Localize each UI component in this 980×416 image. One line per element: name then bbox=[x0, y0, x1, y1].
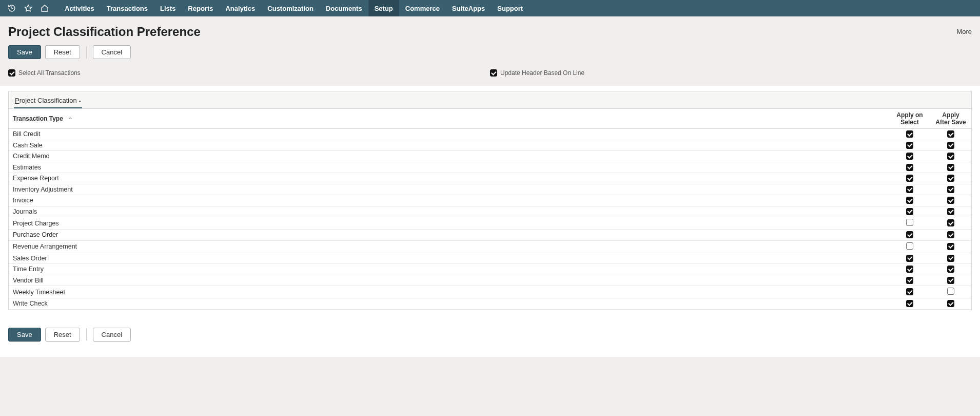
apply-after-save-checkbox[interactable] bbox=[947, 255, 954, 262]
table-row[interactable]: Time Entry bbox=[9, 264, 971, 275]
cell-apply-on-select bbox=[889, 195, 930, 206]
save-button-bottom[interactable]: Save bbox=[8, 328, 41, 342]
apply-after-save-checkbox[interactable] bbox=[947, 175, 954, 182]
table-row[interactable]: Project Charges bbox=[9, 217, 971, 230]
apply-after-save-checkbox[interactable] bbox=[947, 231, 954, 238]
star-icon[interactable] bbox=[23, 3, 34, 14]
col-apply-on-select[interactable]: Apply on Select bbox=[889, 109, 930, 129]
apply-after-save-checkbox[interactable] bbox=[947, 288, 954, 295]
cancel-button-bottom[interactable]: Cancel bbox=[93, 328, 131, 342]
subtab-change-indicator: • bbox=[79, 98, 81, 104]
apply-after-save-checkbox[interactable] bbox=[947, 197, 954, 204]
cell-apply-on-select bbox=[889, 129, 930, 140]
cancel-button[interactable]: Cancel bbox=[93, 45, 131, 59]
table-row[interactable]: Expense Report bbox=[9, 173, 971, 184]
table-row[interactable]: Journals bbox=[9, 206, 971, 217]
reset-button-bottom[interactable]: Reset bbox=[45, 328, 80, 342]
apply-after-save-checkbox[interactable] bbox=[947, 243, 954, 250]
table-row[interactable]: Purchase Order bbox=[9, 230, 971, 241]
apply-on-select-checkbox[interactable] bbox=[906, 142, 913, 149]
cell-transaction-type: Sales Order bbox=[9, 253, 889, 264]
apply-on-select-checkbox[interactable] bbox=[906, 175, 913, 182]
apply-on-select-checkbox[interactable] bbox=[906, 288, 913, 295]
apply-on-select-checkbox[interactable] bbox=[906, 266, 913, 273]
apply-on-select-checkbox[interactable] bbox=[906, 300, 913, 307]
nav-menu: ActivitiesTransactionsListsReportsAnalyt… bbox=[58, 0, 529, 16]
nav-suiteapps[interactable]: SuiteApps bbox=[446, 0, 491, 16]
nav-commerce[interactable]: Commerce bbox=[399, 0, 446, 16]
col-apply-after-save-l2: After Save bbox=[934, 119, 967, 126]
update-header-checkbox[interactable] bbox=[490, 69, 497, 77]
table-row[interactable]: Vendor Bill bbox=[9, 275, 971, 286]
table-row[interactable]: Inventory Adjustment bbox=[9, 184, 971, 195]
table-row[interactable]: Write Check bbox=[9, 298, 971, 310]
table-row[interactable]: Cash Sale bbox=[9, 140, 971, 151]
reset-button[interactable]: Reset bbox=[45, 45, 80, 59]
apply-after-save-checkbox[interactable] bbox=[947, 266, 954, 273]
cell-apply-on-select bbox=[889, 240, 930, 253]
apply-after-save-checkbox[interactable] bbox=[947, 219, 954, 226]
table-row[interactable]: Invoice bbox=[9, 195, 971, 206]
nav-customization[interactable]: Customization bbox=[261, 0, 320, 16]
transactions-table: Transaction Type Apply on Select Apply A… bbox=[9, 109, 971, 310]
apply-on-select-checkbox[interactable] bbox=[906, 130, 913, 138]
nav-lists[interactable]: Lists bbox=[154, 0, 182, 16]
apply-on-select-checkbox[interactable] bbox=[906, 255, 913, 262]
cell-apply-after-save bbox=[930, 275, 971, 286]
apply-on-select-checkbox[interactable] bbox=[906, 197, 913, 204]
cell-apply-on-select bbox=[889, 151, 930, 162]
apply-after-save-checkbox[interactable] bbox=[947, 142, 954, 149]
apply-after-save-checkbox[interactable] bbox=[947, 208, 954, 215]
cell-transaction-type: Revenue Arrangement bbox=[9, 240, 889, 253]
svg-marker-0 bbox=[25, 5, 31, 11]
cell-apply-after-save bbox=[930, 230, 971, 241]
cell-apply-after-save bbox=[930, 140, 971, 151]
col-apply-after-save[interactable]: Apply After Save bbox=[930, 109, 971, 129]
apply-on-select-checkbox[interactable] bbox=[906, 153, 913, 160]
top-nav: ActivitiesTransactionsListsReportsAnalyt… bbox=[0, 0, 980, 16]
select-all-checkbox[interactable] bbox=[8, 69, 15, 77]
table-row[interactable]: Estimates bbox=[9, 162, 971, 173]
nav-transactions[interactable]: Transactions bbox=[101, 0, 154, 16]
table-frame: Project Classification• Transaction Type… bbox=[8, 91, 972, 310]
subtab-project-classification[interactable]: Project Classification• bbox=[14, 94, 82, 108]
cell-apply-on-select bbox=[889, 206, 930, 217]
cell-apply-on-select bbox=[889, 264, 930, 275]
table-row[interactable]: Credit Memo bbox=[9, 151, 971, 162]
apply-on-select-checkbox[interactable] bbox=[906, 164, 913, 171]
apply-after-save-checkbox[interactable] bbox=[947, 300, 954, 307]
cell-apply-on-select bbox=[889, 140, 930, 151]
apply-on-select-checkbox[interactable] bbox=[906, 231, 913, 238]
nav-documents[interactable]: Documents bbox=[320, 0, 368, 16]
table-row[interactable]: Bill Credit bbox=[9, 129, 971, 140]
home-icon[interactable] bbox=[39, 3, 50, 14]
cell-transaction-type: Weekly Timesheet bbox=[9, 286, 889, 298]
col-transaction-type[interactable]: Transaction Type bbox=[9, 109, 889, 129]
cell-transaction-type: Expense Report bbox=[9, 173, 889, 184]
table-row[interactable]: Sales Order bbox=[9, 253, 971, 264]
table-row[interactable]: Revenue Arrangement bbox=[9, 240, 971, 253]
nav-reports[interactable]: Reports bbox=[182, 0, 219, 16]
apply-after-save-checkbox[interactable] bbox=[947, 277, 954, 284]
nav-setup[interactable]: Setup bbox=[368, 0, 399, 16]
apply-on-select-checkbox[interactable] bbox=[906, 219, 913, 226]
sort-asc-icon bbox=[68, 115, 73, 122]
table-row[interactable]: Weekly Timesheet bbox=[9, 286, 971, 298]
history-icon[interactable] bbox=[6, 3, 17, 14]
apply-on-select-checkbox[interactable] bbox=[906, 277, 913, 284]
col-apply-on-select-l2: Select bbox=[893, 119, 926, 126]
apply-on-select-checkbox[interactable] bbox=[906, 208, 913, 215]
nav-support[interactable]: Support bbox=[491, 0, 529, 16]
nav-activities[interactable]: Activities bbox=[58, 0, 101, 16]
apply-after-save-checkbox[interactable] bbox=[947, 164, 954, 171]
apply-after-save-checkbox[interactable] bbox=[947, 130, 954, 138]
apply-after-save-checkbox[interactable] bbox=[947, 186, 954, 193]
nav-analytics[interactable]: Analytics bbox=[219, 0, 261, 16]
apply-after-save-checkbox[interactable] bbox=[947, 153, 954, 160]
apply-on-select-checkbox[interactable] bbox=[906, 242, 913, 250]
apply-on-select-checkbox[interactable] bbox=[906, 186, 913, 193]
cell-transaction-type: Bill Credit bbox=[9, 129, 889, 140]
save-button[interactable]: Save bbox=[8, 45, 41, 59]
cell-apply-after-save bbox=[930, 129, 971, 140]
more-link[interactable]: More bbox=[956, 25, 972, 35]
